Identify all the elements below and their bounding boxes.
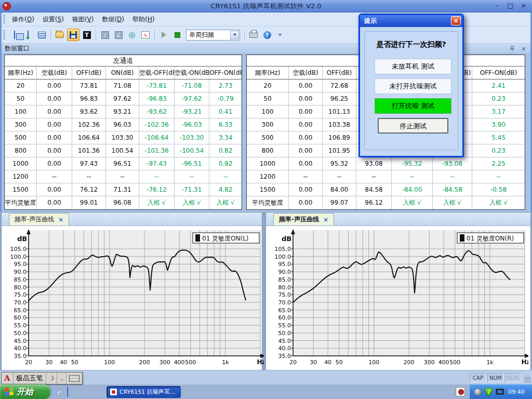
task-label: CRY6151 抗噪声耳... xyxy=(119,388,175,396)
open-folder-icon[interactable] xyxy=(54,29,66,41)
text-tool-icon[interactable]: T xyxy=(81,29,93,41)
svg-text:dB: dB xyxy=(282,235,291,243)
column-header: 空载(dB) xyxy=(37,66,72,79)
resize-grip[interactable] xyxy=(525,377,531,383)
svg-text:Hz: Hz xyxy=(257,358,264,366)
right-channel-chart: 35.040.045.050.055.060.065.070.075.080.0… xyxy=(266,226,530,370)
cell: 96.25 xyxy=(323,92,356,105)
volume-icon[interactable] xyxy=(474,388,482,396)
toolbar-overflow-icon[interactable] xyxy=(278,34,282,36)
menu-item-2[interactable]: 视图(V) xyxy=(68,14,98,24)
help-icon[interactable]: ? xyxy=(261,29,273,41)
combobox-dropdown-icon[interactable] xyxy=(230,31,239,39)
dialog-groupbox: 是否进行下一次扫频? 未放耳机 测试 未打开抗噪测试 打开抗噪 测试 停止测试 xyxy=(364,31,458,150)
column-header: 空载-OFF(dB) xyxy=(139,66,175,79)
svg-text:95.0: 95.0 xyxy=(14,261,27,268)
cell: 50 xyxy=(247,92,289,105)
tab-freq-spl-curve-left[interactable]: 频率-声压曲线 × xyxy=(9,213,69,225)
left-chart-tabbar: 频率-声压曲线 × xyxy=(2,212,262,226)
cell: 0.00 xyxy=(289,144,323,157)
cell: 入框 √ xyxy=(433,196,472,209)
curve-chart-icon[interactable]: ∿ xyxy=(139,29,152,41)
sweep-mode-combobox[interactable]: 单周扫频 xyxy=(186,30,240,41)
prompt-dialog: 提示 × 是否进行下一次扫频? 未放耳机 测试 未打开抗噪测试 打开抗噪 测试 … xyxy=(358,14,464,157)
cell: -71.31 xyxy=(175,183,209,196)
cell: -- xyxy=(209,170,242,183)
cell: 0.92 xyxy=(209,157,242,170)
cell: 入框 √ xyxy=(175,196,209,209)
security-shield-icon[interactable] xyxy=(485,388,493,396)
svg-text:100: 100 xyxy=(104,359,115,366)
svg-text:45.0: 45.0 xyxy=(14,338,27,344)
tile-windows-icon[interactable] xyxy=(35,29,48,41)
close-icon[interactable]: × xyxy=(518,2,529,10)
cell: 106.64 xyxy=(72,131,106,144)
stop-icon[interactable] xyxy=(171,29,183,41)
cell: 0.00 xyxy=(289,157,323,170)
svg-text:50: 50 xyxy=(71,359,78,366)
cell: 71.08 xyxy=(106,79,139,92)
start-button[interactable]: 开始 xyxy=(0,384,50,399)
anc-on-test-button[interactable]: 打开抗噪 测试 xyxy=(375,98,451,114)
anc-off-test-button[interactable]: 未打开抗噪测试 xyxy=(375,78,451,94)
svg-text:500: 500 xyxy=(449,359,460,366)
table-header-row: 频率(Hz)空载(dB)OFF(dB)ON(dB)空载-OFF(dB)空载-ON… xyxy=(5,66,242,79)
menu-item-4[interactable]: 帮助(H) xyxy=(128,14,158,24)
svg-text:40: 40 xyxy=(324,359,331,366)
svg-text:100.0: 100.0 xyxy=(275,254,291,260)
cell: 3.34 xyxy=(209,131,242,144)
ime-punctuation-icon[interactable]: ·, xyxy=(57,373,66,384)
tray-app-icon[interactable] xyxy=(456,387,465,396)
print-icon[interactable] xyxy=(247,29,260,41)
data-panel-title: 数据窗口 xyxy=(5,44,30,53)
svg-text:30: 30 xyxy=(45,359,52,366)
table-row: 200.0073.8171.08-73.81-71.082.73 xyxy=(5,79,242,92)
tab-freq-spl-curve-right[interactable]: 频率-声压曲线 × xyxy=(273,213,334,225)
cascade-windows-icon[interactable] xyxy=(8,29,21,41)
quick-launch: e xyxy=(56,387,68,397)
stop-test-button[interactable]: 停止测试 xyxy=(378,118,448,134)
cell: 1200 xyxy=(5,170,37,183)
target-icon[interactable]: ◎ xyxy=(126,29,138,41)
svg-text:80.0: 80.0 xyxy=(278,284,291,291)
internet-explorer-icon[interactable]: e xyxy=(56,387,62,397)
svg-text:105.0: 105.0 xyxy=(275,246,291,252)
cell: -0.79 xyxy=(209,92,242,105)
cell: -- xyxy=(72,170,106,183)
tool-icon[interactable]: ∕ xyxy=(99,29,111,41)
cell: -73.81 xyxy=(139,79,175,92)
save-icon[interactable] xyxy=(67,29,79,41)
run-icon[interactable] xyxy=(157,29,170,41)
tab-close-icon[interactable]: × xyxy=(323,216,328,223)
ime-keyboard-icon[interactable] xyxy=(66,373,82,384)
clock: 09:40 xyxy=(508,389,525,395)
menu-item-3[interactable]: 数据(D) xyxy=(98,14,128,24)
minimize-icon[interactable]: – xyxy=(491,2,502,10)
ime-fullhalf-icon[interactable]: ☽ xyxy=(46,373,58,384)
tab-close-icon[interactable]: × xyxy=(58,216,63,223)
dialog-close-icon[interactable]: × xyxy=(451,16,461,25)
cell: 3.17 xyxy=(472,105,525,118)
cell: 500 xyxy=(5,131,37,144)
tab-label: 频率-声压曲线 xyxy=(15,215,54,224)
pen-icon[interactable]: ∠ xyxy=(112,29,125,41)
taskbar-app-button[interactable]: CRY6151 抗噪声耳... xyxy=(107,386,181,398)
maximize-icon[interactable]: □ xyxy=(505,2,515,10)
pin-icon[interactable] xyxy=(510,46,515,52)
panel-close-icon[interactable]: × xyxy=(521,46,526,52)
cell: -93.08 xyxy=(433,157,472,170)
no-headphone-test-button[interactable]: 未放耳机 测试 xyxy=(375,59,451,74)
ime-name[interactable]: 极品五笔 xyxy=(14,373,46,384)
dialog-title: 提示 xyxy=(364,17,377,25)
cell: 96.83 xyxy=(72,92,106,105)
network-icon[interactable] xyxy=(496,389,504,395)
svg-text:85.0: 85.0 xyxy=(278,276,291,283)
ime-language-badge[interactable]: A xyxy=(2,373,14,384)
menu-item-0[interactable]: 操作(O) xyxy=(8,14,38,24)
cell: -101.36 xyxy=(139,144,175,157)
menu-item-1[interactable]: 设置(S) xyxy=(38,14,68,24)
svg-text:1k: 1k xyxy=(486,359,494,366)
cell: 4.82 xyxy=(209,183,242,196)
cell: 93.21 xyxy=(106,105,139,118)
table-row: 1200------------ xyxy=(5,170,242,183)
